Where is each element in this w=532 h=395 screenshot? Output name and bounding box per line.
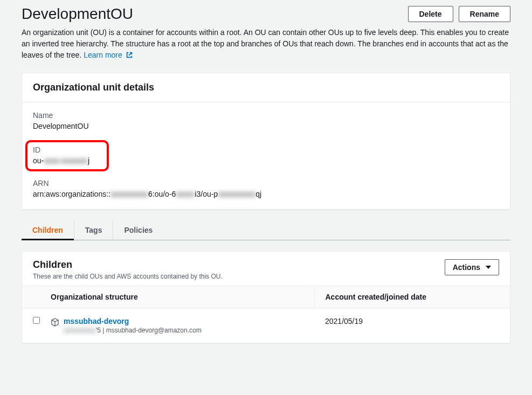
children-table: Organizational structure Account created… xyxy=(22,286,510,343)
page-title: DevelopmentOU xyxy=(22,5,133,23)
ou-details-title: Organizational unit details xyxy=(22,73,510,102)
learn-more-link[interactable]: Learn more xyxy=(84,51,133,59)
tabs: Children Tags Policies xyxy=(22,220,510,240)
id-highlight-box: ID ou-xxxx-xxxxxxxj xyxy=(25,140,109,171)
arn-hidden-2: xxxxx xyxy=(176,190,195,198)
id-value: ou-xxxx-xxxxxxxj xyxy=(33,156,101,165)
ou-details-panel: Organizational unit details Name Develop… xyxy=(22,73,510,210)
table-row: mssubhad-devorg xxxxxxxxxx'5 | mssubhad-… xyxy=(22,308,510,343)
col-structure: Organizational structure xyxy=(40,286,314,308)
arn-suffix: qj xyxy=(255,190,261,198)
account-id-suffix: '5 xyxy=(96,327,101,334)
id-hidden: xxxx-xxxxxxx xyxy=(44,156,88,165)
delete-button[interactable]: Delete xyxy=(408,6,453,22)
arn-label: ARN xyxy=(33,179,499,188)
page-description: An organization unit (OU) is a container… xyxy=(22,27,510,62)
external-link-icon xyxy=(126,51,133,62)
arn-mid-1: 6:ou/o-6 xyxy=(148,190,176,198)
arn-value: arn:aws:organizations::xxxxxxxxxx6:ou/o-… xyxy=(33,190,499,198)
name-value: DevelopmentOU xyxy=(33,122,499,130)
id-prefix: ou- xyxy=(33,156,44,165)
account-meta: xxxxxxxxxx'5 | mssubhad-devorg@amazon.co… xyxy=(64,327,202,334)
tab-children[interactable]: Children xyxy=(22,220,74,240)
arn-field: ARN arn:aws:organizations::xxxxxxxxxx6:o… xyxy=(33,179,499,198)
account-name-link[interactable]: mssubhad-devorg xyxy=(64,317,202,325)
account-id-hidden: xxxxxxxxxx xyxy=(64,327,96,334)
rename-button[interactable]: Rename xyxy=(459,6,510,22)
actions-button[interactable]: Actions xyxy=(445,259,499,275)
id-suffix: j xyxy=(88,156,89,165)
account-email: mssubhad-devorg@amazon.com xyxy=(106,327,202,334)
learn-more-label: Learn more xyxy=(84,51,122,59)
arn-hidden-1: xxxxxxxxxx xyxy=(110,190,148,198)
children-panel: Children These are the child OUs and AWS… xyxy=(22,251,510,343)
chevron-down-icon xyxy=(486,263,491,272)
arn-mid-2: i3/ou-p xyxy=(195,190,218,198)
tab-policies[interactable]: Policies xyxy=(113,220,163,240)
children-subtitle: These are the child OUs and AWS accounts… xyxy=(33,273,223,280)
account-date: 2021/05/19 xyxy=(314,308,510,343)
row-checkbox[interactable] xyxy=(33,317,40,324)
col-checkbox xyxy=(22,286,40,308)
arn-hidden-3: xxxxxxxxxx xyxy=(218,190,255,198)
children-title: Children xyxy=(33,259,223,271)
name-label: Name xyxy=(33,111,499,120)
account-icon xyxy=(51,318,59,328)
col-date: Account created/joined date xyxy=(314,286,510,308)
arn-prefix: arn:aws:organizations:: xyxy=(33,190,110,198)
header-actions: Delete Rename xyxy=(408,6,511,22)
name-field: Name DevelopmentOU xyxy=(33,111,499,130)
actions-label: Actions xyxy=(453,263,480,272)
id-label: ID xyxy=(33,145,101,154)
tab-tags[interactable]: Tags xyxy=(74,220,114,240)
